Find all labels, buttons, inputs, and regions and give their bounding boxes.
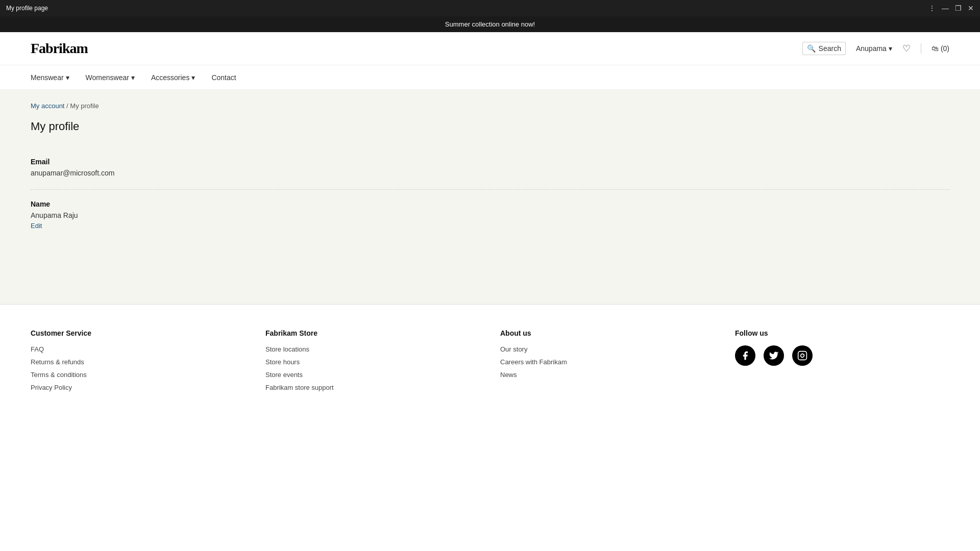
customer-service-title: Customer Service: [31, 329, 245, 337]
minimize-button[interactable]: —: [942, 4, 949, 12]
nav-accessories[interactable]: Accessories ▾: [151, 65, 195, 89]
header: Fabrikam 🔍 Search Anupama ▾ ♡ 🛍 (0): [0, 32, 980, 65]
browser-tab-title: My profile page: [6, 5, 48, 12]
footer-privacy-link[interactable]: Privacy Policy: [31, 384, 245, 391]
announcement-text: Summer collection online now!: [445, 20, 535, 28]
name-label: Name: [31, 200, 949, 208]
footer-follow-us: Follow us: [735, 329, 949, 396]
user-menu-button[interactable]: Anupama ▾: [856, 44, 892, 53]
user-label: Anupama: [856, 44, 887, 53]
chevron-down-icon: ▾: [889, 44, 892, 53]
cart-button[interactable]: 🛍 (0): [932, 44, 949, 53]
about-us-title: About us: [500, 329, 715, 337]
cart-icon: 🛍: [932, 44, 939, 53]
footer: Customer Service FAQ Returns & refunds T…: [0, 304, 980, 417]
svg-rect-0: [798, 352, 807, 360]
footer-store-support-link[interactable]: Fabrikam store support: [265, 384, 480, 391]
header-actions: 🔍 Search Anupama ▾ ♡ 🛍 (0): [802, 42, 949, 55]
logo[interactable]: Fabrikam: [31, 40, 88, 57]
chevron-down-icon: ▾: [191, 73, 195, 82]
facebook-icon[interactable]: [735, 345, 755, 366]
footer-our-story-link[interactable]: Our story: [500, 345, 715, 353]
nav-contact-label: Contact: [211, 73, 236, 82]
twitter-icon[interactable]: [764, 345, 784, 366]
footer-store-locations-link[interactable]: Store locations: [265, 345, 480, 353]
close-button[interactable]: ✕: [968, 4, 974, 12]
cart-count: (0): [941, 44, 949, 53]
footer-terms-link[interactable]: Terms & conditions: [31, 371, 245, 379]
name-value: Anupama Raju: [31, 211, 949, 219]
footer-fabrikam-store: Fabrikam Store Store locations Store hou…: [265, 329, 480, 396]
heart-icon: ♡: [902, 43, 911, 54]
nav-accessories-label: Accessories: [151, 73, 189, 82]
email-value: anupamar@microsoft.com: [31, 169, 949, 177]
name-field-section: Name Anupama Raju Edit: [31, 190, 949, 240]
breadcrumb-separator: /: [64, 102, 70, 110]
footer-news-link[interactable]: News: [500, 371, 715, 379]
footer-returns-link[interactable]: Returns & refunds: [31, 358, 245, 366]
footer-careers-link[interactable]: Careers with Fabrikam: [500, 358, 715, 366]
header-divider: [921, 43, 921, 54]
breadcrumb-current: My profile: [70, 102, 99, 110]
nav-menswear-label: Menswear: [31, 73, 64, 82]
search-label: Search: [819, 44, 841, 53]
footer-store-events-link[interactable]: Store events: [265, 371, 480, 379]
page-content: My account / My profile My profile Email…: [0, 90, 980, 304]
chevron-down-icon: ▾: [66, 73, 69, 82]
email-label: Email: [31, 158, 949, 166]
footer-faq-link[interactable]: FAQ: [31, 345, 245, 353]
nav-womenswear[interactable]: Womenswear ▾: [86, 65, 135, 89]
fabrikam-store-title: Fabrikam Store: [265, 329, 480, 337]
main-nav: Menswear ▾ Womenswear ▾ Accessories ▾ Co…: [0, 65, 980, 90]
chevron-down-icon: ▾: [131, 73, 135, 82]
nav-womenswear-label: Womenswear: [86, 73, 129, 82]
browser-chrome: My profile page ⋮ — ❐ ✕: [0, 0, 980, 16]
instagram-icon[interactable]: [792, 345, 813, 366]
search-button[interactable]: 🔍 Search: [802, 42, 846, 55]
profile-section: Email anupamar@microsoft.com Name Anupam…: [31, 147, 949, 240]
footer-about-us: About us Our story Careers with Fabrikam…: [500, 329, 715, 396]
browser-dots[interactable]: ⋮: [928, 4, 936, 12]
page-title: My profile: [31, 120, 949, 133]
nav-contact[interactable]: Contact: [211, 65, 236, 89]
nav-menswear[interactable]: Menswear ▾: [31, 65, 69, 89]
restore-button[interactable]: ❐: [955, 4, 962, 12]
follow-us-title: Follow us: [735, 329, 949, 337]
social-icons: [735, 345, 949, 366]
browser-controls: ⋮ — ❐ ✕: [928, 4, 974, 12]
breadcrumb-account-link[interactable]: My account: [31, 102, 64, 110]
footer-customer-service: Customer Service FAQ Returns & refunds T…: [31, 329, 245, 396]
edit-name-link[interactable]: Edit: [31, 222, 42, 230]
email-field-section: Email anupamar@microsoft.com: [31, 147, 949, 190]
breadcrumb: My account / My profile: [31, 102, 949, 110]
footer-grid: Customer Service FAQ Returns & refunds T…: [31, 329, 949, 396]
wishlist-button[interactable]: ♡: [902, 43, 911, 54]
search-icon: 🔍: [807, 44, 816, 53]
announcement-bar: Summer collection online now!: [0, 16, 980, 32]
footer-store-hours-link[interactable]: Store hours: [265, 358, 480, 366]
